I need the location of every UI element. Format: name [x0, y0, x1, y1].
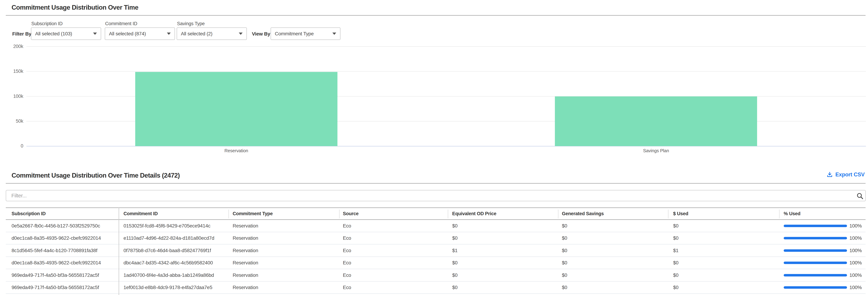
column-divider: [558, 210, 558, 218]
cell-subscription-id: 969eda49-717f-4a50-bf3a-56558172ac5f: [11, 282, 99, 293]
used-percent-bar: [784, 225, 847, 227]
export-csv-button[interactable]: Export CSV: [827, 172, 865, 178]
export-csv-label: Export CSV: [835, 172, 865, 178]
cell-used-dollars: $0: [673, 220, 679, 232]
cell-commitment-id: 0f7875b8-d7c6-46d4-baa8-d58247769f1f: [124, 245, 211, 257]
column-header-source[interactable]: Source: [343, 208, 359, 219]
table-row: 969eda49-717f-4a50-bf3a-56558172ac5f1ad4…: [6, 269, 866, 282]
cell-subscription-id: 0e5a2667-fb0c-4456-b127-503f2529750c: [11, 220, 100, 232]
column-header-commitment-id[interactable]: Commitment ID: [124, 208, 158, 219]
cell-generated-savings: $0: [562, 257, 567, 269]
cell-equivalent-od-price: $0: [452, 257, 458, 269]
cell-subscription-id: d0ec1ca8-8a35-4935-9622-cbefc9922014: [11, 232, 101, 244]
cell-used-dollars: $1: [673, 245, 679, 257]
cell-equivalent-od-price: $0: [452, 282, 458, 293]
cell-equivalent-od-price: $1: [452, 245, 458, 257]
table-row: d0ec1ca8-8a35-4935-9622-cbefc9922014e111…: [6, 232, 866, 244]
cell-commitment-type: Reservation: [232, 232, 258, 244]
commitment-usage-bar-chart: 050k100k150k200kReservationSavings Plan: [0, 0, 868, 157]
cell-commitment-id: 0153025f-fcd8-45f6-9429-e705ece9414c: [124, 220, 211, 232]
used-percent-bar: [784, 237, 847, 239]
cell-used-percent: 100%: [849, 269, 862, 281]
cell-source: Eco: [343, 257, 351, 269]
gridline-150k: [26, 71, 866, 71]
cell-source: Eco: [343, 245, 351, 257]
cell-commitment-id: 1ad40700-6f4e-4a3d-abba-1ab1249a86bd: [124, 269, 214, 281]
cell-generated-savings: $0: [562, 245, 567, 257]
download-icon: [827, 172, 833, 178]
table-row: 8c1d5645-5fef-4a4c-b120-7708891fa38f0f78…: [6, 245, 866, 257]
cell-used-dollars: $0: [673, 232, 679, 244]
column-divider: [339, 210, 340, 218]
cell-subscription-id: 8c1d5645-5fef-4a4c-b120-7708891fa38f: [11, 245, 97, 257]
cell-used-percent: 100%: [849, 257, 862, 269]
column-divider: [448, 210, 448, 218]
cell-commitment-id: 1ef0013d-e8b8-4dc9-9178-e4fa27daa7e5: [124, 282, 212, 293]
search-button[interactable]: [856, 192, 864, 200]
cell-source: Eco: [343, 232, 351, 244]
column-header-generated-savings[interactable]: Generated Savings: [562, 208, 604, 219]
used-percent-bar: [784, 249, 847, 252]
y-axis-tick-100k: 100k: [6, 94, 23, 99]
column-header-used[interactable]: % Used: [784, 208, 801, 219]
table-row: 0e5a2667-fb0c-4456-b127-503f2529750c0153…: [6, 220, 866, 232]
commitment-usage-page: Commitment Usage Distribution Over Time …: [0, 0, 868, 295]
details-title: Commitment Usage Distribution Over Time …: [11, 172, 180, 179]
cell-commitment-type: Reservation: [232, 220, 258, 232]
cell-commitment-type: Reservation: [232, 269, 258, 281]
cell-subscription-id: d0ec1ca8-8a35-4935-9622-cbefc9922014: [11, 257, 101, 269]
column-divider: [668, 210, 669, 218]
table-row: d0ec1ca8-8a35-4935-9622-cbefc9922014dbc4…: [6, 257, 866, 269]
cell-equivalent-od-price: $0: [452, 269, 458, 281]
cell-commitment-id: e1110ad7-4d96-4d22-824a-d181a80ecd7d: [124, 232, 214, 244]
cell-used-percent: 100%: [849, 245, 862, 257]
column-header-subscription-id[interactable]: Subscription ID: [11, 208, 45, 219]
cell-equivalent-od-price: $0: [452, 232, 458, 244]
column-header-used[interactable]: $ Used: [673, 208, 688, 219]
bar-reservation[interactable]: [135, 72, 337, 146]
cell-source: Eco: [343, 282, 351, 293]
y-axis-tick-0: 0: [6, 143, 23, 149]
cell-source: Eco: [343, 269, 351, 281]
cell-used-percent: 100%: [849, 220, 862, 232]
cell-subscription-id: 969eda49-717f-4a50-bf3a-56558172ac5f: [11, 269, 99, 281]
y-axis-tick-50k: 50k: [6, 118, 23, 124]
table-row: 969eda49-717f-4a50-bf3a-56558172ac5f1ef0…: [6, 282, 866, 294]
column-divider: [228, 210, 229, 218]
cell-commitment-id: dbc4aac7-bd35-4342-af6c-4c56b9582400: [124, 257, 213, 269]
cell-generated-savings: $0: [562, 220, 567, 232]
cell-generated-savings: $0: [562, 232, 567, 244]
y-axis-tick-200k: 200k: [6, 44, 23, 49]
bar-savings-plan[interactable]: [555, 96, 757, 146]
cell-used-percent: 100%: [849, 282, 862, 293]
column-header-commitment-type[interactable]: Commitment Type: [232, 208, 273, 219]
used-percent-bar: [784, 286, 847, 289]
cell-used-dollars: $0: [673, 257, 679, 269]
x-axis-label-savings-plan: Savings Plan: [603, 148, 709, 153]
used-percent-bar: [784, 262, 847, 264]
cell-equivalent-od-price: $0: [452, 220, 458, 232]
frozen-column-separator: [119, 207, 119, 295]
cell-generated-savings: $0: [562, 269, 567, 281]
table-filter-input[interactable]: [6, 190, 866, 201]
cell-used-dollars: $0: [673, 282, 679, 293]
cell-commitment-type: Reservation: [232, 245, 258, 257]
column-divider: [779, 210, 779, 218]
cell-generated-savings: $0: [562, 282, 567, 293]
used-percent-bar: [784, 274, 847, 276]
details-divider: [6, 183, 866, 184]
gridline-200k: [26, 47, 866, 47]
cell-commitment-type: Reservation: [232, 257, 258, 269]
cell-source: Eco: [343, 220, 351, 232]
cell-used-dollars: $0: [673, 269, 679, 281]
column-header-equivalent-od-price[interactable]: Equivalent OD Price: [452, 208, 496, 219]
cell-used-percent: 100%: [849, 232, 862, 244]
x-axis-label-reservation: Reservation: [184, 148, 289, 153]
cell-commitment-type: Reservation: [232, 282, 258, 293]
y-axis-tick-150k: 150k: [6, 68, 23, 74]
search-icon: [856, 192, 864, 200]
